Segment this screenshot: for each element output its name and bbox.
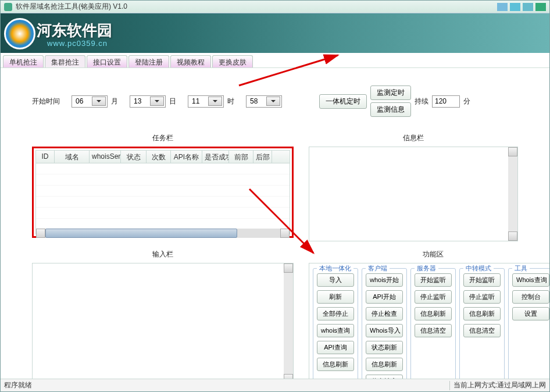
start-time-label: 开始时间 — [32, 97, 60, 106]
scroll-left-icon[interactable] — [36, 229, 45, 238]
logo-url: www.pc0359.cn — [47, 39, 108, 48]
monitor-timer-button[interactable]: 监测定时 — [370, 85, 411, 100]
status-right: 当前上网方式:通过局域网上网 — [453, 380, 546, 390]
func-group-3: 中转模式开始监听停止监听信息刷新信息清空 — [459, 268, 505, 392]
func-group-legend: 客户端 — [366, 264, 390, 273]
input-title: 输入栏 — [32, 250, 294, 259]
tab-2[interactable]: 接口设置 — [87, 55, 127, 67]
info-panel[interactable] — [309, 147, 518, 241]
task-col-5[interactable]: API名称 — [171, 151, 202, 163]
help-icon[interactable] — [523, 3, 533, 11]
task-col-7[interactable]: 前部 — [229, 151, 253, 163]
time-row: 开始时间 06 月 13 日 11 时 58 一体机定时 监测定时 监测信息 持… — [32, 85, 518, 117]
func-btn-0-4[interactable]: API查询 — [317, 341, 354, 354]
logo-text: 河东软件园 — [37, 20, 112, 41]
task-col-6[interactable]: 是否成功 — [202, 151, 229, 163]
tab-1[interactable]: 集群抢注 — [45, 55, 85, 67]
duration-unit: 分 — [463, 97, 470, 106]
func-btn-0-3[interactable]: whois查询 — [317, 324, 354, 337]
task-col-0[interactable]: ID — [36, 151, 55, 163]
titlebar: 软件屋域名抢注工具(铭美应用) V1.0 — [1, 1, 549, 13]
info-vscroll[interactable] — [508, 147, 517, 241]
func-btn-1-2[interactable]: 停止检查 — [366, 307, 403, 320]
func-title: 功能区 — [309, 250, 550, 259]
task-col-3[interactable]: 状态 — [121, 151, 147, 163]
task-col-4[interactable]: 次数 — [147, 151, 171, 163]
func-group-1: 客户端whois开始API开始停止检查Whois导入状态刷新信息刷新信息清空 — [362, 268, 407, 392]
func-btn-4-1[interactable]: 控制台 — [512, 290, 549, 304]
func-btn-0-5[interactable]: 信息刷新 — [317, 358, 354, 371]
task-col-2[interactable]: whoisServ — [90, 151, 121, 163]
input-vscroll[interactable] — [284, 263, 293, 383]
func-group-4: 工具Whois查询控制台设置 — [508, 268, 550, 392]
task-hscroll[interactable] — [36, 229, 290, 238]
func-btn-2-1[interactable]: 停止监听 — [415, 290, 452, 304]
func-btn-2-3[interactable]: 信息清空 — [415, 324, 452, 337]
info-title: 信息栏 — [309, 133, 518, 143]
func-btn-1-0[interactable]: whois开始 — [366, 273, 403, 287]
input-panel[interactable] — [32, 263, 294, 384]
banner: 河东软件园 www.pc0359.cn — [1, 13, 549, 53]
monitor-info-button[interactable]: 监测信息 — [370, 102, 411, 117]
tab-0[interactable]: 单机抢注 — [3, 55, 44, 67]
scroll-track[interactable] — [237, 229, 280, 238]
tab-3[interactable]: 登陆注册 — [128, 55, 169, 67]
task-col-1[interactable]: 域名 — [55, 151, 90, 163]
func-btn-3-2[interactable]: 信息刷新 — [463, 307, 501, 320]
func-btn-1-1[interactable]: API开始 — [366, 290, 403, 304]
maximize-icon[interactable] — [510, 3, 520, 11]
chevron-down-icon — [208, 97, 222, 106]
func-btn-1-3[interactable]: Whois导入 — [366, 324, 403, 337]
month-select[interactable]: 06 — [72, 95, 108, 108]
func-btn-2-2[interactable]: 信息刷新 — [415, 307, 452, 320]
chevron-down-icon — [92, 97, 106, 106]
day-unit: 日 — [169, 97, 176, 106]
scroll-up-icon[interactable] — [508, 147, 517, 156]
hour-select[interactable]: 11 — [188, 95, 224, 108]
func-btn-3-3[interactable]: 信息清空 — [463, 324, 501, 337]
tab-5[interactable]: 更换皮肤 — [212, 55, 253, 67]
close-icon[interactable] — [535, 3, 546, 11]
func-btn-4-0[interactable]: Whois查询 — [512, 273, 549, 287]
chevron-down-icon — [150, 97, 164, 106]
func-group-legend: 本地一体化 — [317, 264, 353, 273]
func-btn-1-4[interactable]: 状态刷新 — [366, 341, 403, 354]
window-title: 软件屋域名抢注工具(铭美应用) V1.0 — [16, 2, 497, 12]
app-icon — [4, 3, 12, 11]
duration-input[interactable]: 120 — [432, 95, 460, 108]
tab-4[interactable]: 视频教程 — [170, 55, 211, 67]
task-table[interactable]: ID域名whoisServ状态次数API名称是否成功前部后部 — [35, 150, 290, 234]
logo-icon — [4, 18, 35, 49]
scroll-right-icon[interactable] — [280, 229, 290, 238]
integrated-timer-button[interactable]: 一体机定时 — [319, 94, 367, 109]
statusbar: 程序就绪 当前上网方式:通过局域网上网 — [1, 379, 549, 391]
task-highlight-box: ID域名whoisServ状态次数API名称是否成功前部后部 — [32, 147, 294, 238]
func-group-legend: 工具 — [512, 264, 530, 273]
window-controls — [497, 3, 546, 11]
duration-label: 持续 — [415, 97, 428, 106]
function-panel: 本地一体化导入刷新全部停止whois查询API查询信息刷新客户端whois开始A… — [309, 263, 550, 392]
status-left: 程序就绪 — [4, 380, 446, 390]
scroll-down-icon[interactable] — [508, 231, 517, 241]
func-btn-3-1[interactable]: 停止监听 — [463, 290, 501, 304]
func-btn-1-5[interactable]: 信息刷新 — [366, 358, 403, 371]
day-select[interactable]: 13 — [130, 95, 166, 108]
task-title: 任务栏 — [32, 133, 294, 143]
func-btn-0-1[interactable]: 刷新 — [317, 290, 354, 304]
func-btn-2-0[interactable]: 开始监听 — [415, 273, 452, 287]
chevron-down-icon — [266, 97, 280, 106]
tabbar: 单机抢注集群抢注接口设置登陆注册视频教程更换皮肤 — [1, 53, 549, 68]
month-unit: 月 — [111, 97, 118, 106]
func-group-legend: 服务器 — [415, 264, 438, 273]
task-header-row: ID域名whoisServ状态次数API名称是否成功前部后部 — [36, 151, 290, 163]
scroll-thumb[interactable] — [45, 229, 237, 238]
func-btn-0-0[interactable]: 导入 — [317, 273, 354, 287]
task-col-8[interactable]: 后部 — [253, 151, 272, 163]
minute-select[interactable]: 58 — [246, 95, 282, 108]
minimize-icon[interactable] — [497, 3, 508, 11]
scroll-up-icon[interactable] — [284, 263, 293, 273]
func-btn-3-0[interactable]: 开始监听 — [463, 273, 501, 287]
func-btn-4-2[interactable]: 设置 — [512, 307, 549, 320]
hour-unit: 时 — [227, 97, 234, 106]
func-btn-0-2[interactable]: 全部停止 — [317, 307, 354, 320]
